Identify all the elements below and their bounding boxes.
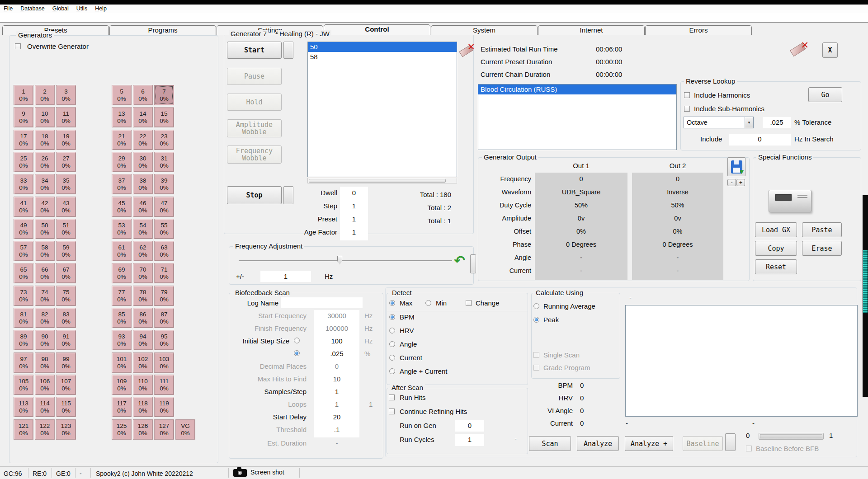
generator-cell-111[interactable]: 1110%: [154, 375, 174, 395]
clear-programs-icon[interactable]: ✕: [789, 41, 809, 59]
generator-cell-85[interactable]: 850%: [112, 308, 132, 328]
generator-cell-10[interactable]: 100%: [35, 107, 55, 127]
generator-cell-19[interactable]: 190%: [56, 130, 76, 150]
generator-cell-70[interactable]: 700%: [133, 263, 153, 283]
frequency-listbox[interactable]: 5058: [307, 42, 457, 177]
paste-button[interactable]: Paste: [802, 222, 842, 237]
generator-cell-77[interactable]: 770%: [112, 286, 132, 306]
generator-cell-121[interactable]: 1210%: [14, 419, 33, 440]
generator-cell-119[interactable]: 1190%: [154, 397, 174, 417]
generator-cell-6[interactable]: 60%: [133, 85, 153, 105]
generator-cell-126[interactable]: 1260%: [133, 419, 153, 440]
generator-cell-106[interactable]: 1060%: [35, 375, 55, 395]
generator-cell-125[interactable]: 1250%: [112, 419, 132, 440]
generator-cell-122[interactable]: 1220%: [35, 419, 55, 440]
undo-side-button[interactable]: [470, 254, 476, 273]
generator-cell-66[interactable]: 660%: [35, 263, 55, 283]
start-button[interactable]: Start: [227, 42, 282, 59]
generator-cell-118[interactable]: 1180%: [133, 397, 153, 417]
age-factor-value[interactable]: 1: [340, 228, 368, 236]
generator-cell-67[interactable]: 670%: [56, 263, 76, 283]
generator-cell-91[interactable]: 910%: [56, 330, 76, 350]
generator-cell-94[interactable]: 940%: [133, 330, 153, 350]
single-scan-checkbox[interactable]: [533, 352, 539, 358]
tab-control[interactable]: Control: [324, 24, 430, 35]
baseline-before-checkbox[interactable]: [746, 446, 752, 451]
generator-cell-97[interactable]: 970%: [14, 352, 33, 373]
detect-angle-radio[interactable]: [389, 341, 395, 347]
baseline-button[interactable]: Baseline: [683, 436, 723, 451]
running-average-radio[interactable]: [533, 303, 539, 309]
generator-cell-29[interactable]: 290%: [112, 152, 132, 172]
detect-hrv-radio[interactable]: [389, 328, 395, 333]
generator-cell-34[interactable]: 340%: [35, 174, 55, 194]
include-harmonics-checkbox[interactable]: [684, 92, 690, 98]
generator-cell-114[interactable]: 1140%: [35, 397, 55, 417]
samples-step-value[interactable]: 1: [314, 388, 359, 395]
undo-icon[interactable]: ↶: [454, 254, 465, 268]
generator-cell-59[interactable]: 590%: [56, 241, 76, 261]
generator-cell-37[interactable]: 370%: [112, 174, 132, 194]
generator-cell-109[interactable]: 1090%: [112, 375, 132, 395]
generator-cell-65[interactable]: 650%: [14, 263, 33, 283]
stop-button[interactable]: Stop: [227, 186, 282, 204]
generator-cell-vg[interactable]: VG0%: [175, 419, 195, 440]
save-button[interactable]: ▼: [727, 157, 745, 176]
step-size-hz-radio[interactable]: [294, 338, 300, 343]
include-subharmonics-checkbox[interactable]: [684, 106, 690, 112]
generator-cell-30[interactable]: 300%: [133, 152, 153, 172]
screenshot-button[interactable]: Screen shot: [231, 468, 299, 478]
generator-cell-27[interactable]: 270%: [56, 152, 76, 172]
copy-button[interactable]: Copy: [755, 241, 797, 256]
step-size-hz-value[interactable]: 100: [314, 337, 359, 345]
log-name-input[interactable]: [281, 297, 363, 308]
generator-cell-101[interactable]: 1010%: [112, 352, 132, 373]
grade-program-checkbox[interactable]: [533, 365, 539, 371]
generator-cell-83[interactable]: 830%: [56, 308, 76, 328]
dwell-value[interactable]: 0: [340, 189, 368, 197]
menu-database[interactable]: Database: [20, 5, 45, 12]
generator-cell-61[interactable]: 610%: [112, 241, 132, 261]
generator-cell-117[interactable]: 1170%: [112, 397, 132, 417]
generator-cell-7[interactable]: 70%: [154, 85, 174, 105]
generator-cell-42[interactable]: 420%: [35, 197, 55, 217]
generator-cell-45[interactable]: 450%: [112, 197, 132, 217]
clear-frequencies-icon[interactable]: ✕: [458, 42, 475, 60]
step-size-pct-radio[interactable]: [294, 350, 300, 356]
generator-cell-39[interactable]: 390%: [154, 174, 174, 194]
generator-cell-78[interactable]: 780%: [133, 286, 153, 306]
menu-global[interactable]: Global: [52, 5, 69, 12]
generator-cell-13[interactable]: 130%: [112, 107, 132, 127]
generator-cell-22[interactable]: 220%: [133, 130, 153, 150]
generator-cell-75[interactable]: 750%: [56, 286, 76, 306]
generator-cell-2[interactable]: 20%: [35, 85, 55, 105]
generator-cell-47[interactable]: 470%: [154, 197, 174, 217]
run-hits-checkbox[interactable]: [389, 394, 395, 400]
step-value[interactable]: 1: [340, 202, 368, 210]
step-size-pct-value[interactable]: .025: [314, 350, 359, 357]
hold-button[interactable]: Hold: [227, 94, 282, 111]
reset-button[interactable]: Reset: [755, 259, 797, 274]
frequency-list-hscrollbar[interactable]: [307, 178, 457, 183]
menu-file[interactable]: File: [4, 5, 13, 12]
generator-cell-74[interactable]: 740%: [35, 286, 55, 306]
frequency-item[interactable]: 50: [308, 42, 457, 52]
generator-cell-33[interactable]: 330%: [14, 174, 33, 194]
generator-cell-79[interactable]: 790%: [154, 286, 174, 306]
generator-cell-63[interactable]: 630%: [154, 241, 174, 261]
generator-cell-54[interactable]: 540%: [133, 219, 153, 239]
generator-cell-58[interactable]: 580%: [35, 241, 55, 261]
generator-cell-15[interactable]: 150%: [154, 107, 174, 127]
octave-dropdown[interactable]: Octave ▼: [684, 117, 754, 128]
minus-button[interactable]: -: [727, 179, 736, 186]
generator-cell-49[interactable]: 490%: [14, 219, 33, 239]
generator-cell-46[interactable]: 460%: [133, 197, 153, 217]
start-side-button[interactable]: [283, 42, 293, 59]
program-item[interactable]: Blood Circulation (RUSS): [478, 85, 676, 94]
generator-cell-95[interactable]: 950%: [154, 330, 174, 350]
generator-cell-90[interactable]: 900%: [35, 330, 55, 350]
generator-cell-103[interactable]: 1030%: [154, 352, 174, 373]
generator-cell-51[interactable]: 510%: [56, 219, 76, 239]
generator-cell-17[interactable]: 170%: [14, 130, 33, 150]
x-button[interactable]: X: [822, 42, 838, 58]
